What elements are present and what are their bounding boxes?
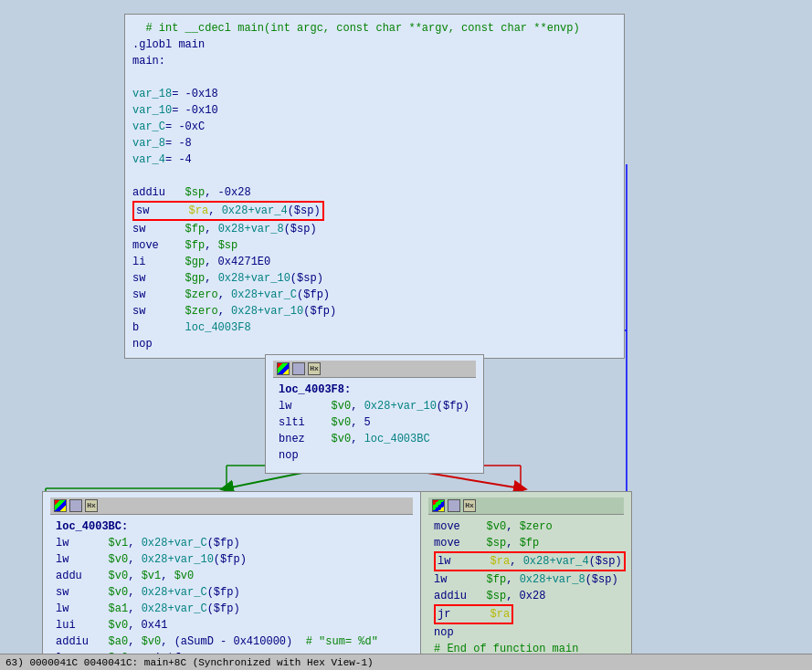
left-block-code: loc_4003BC: lw $v1, 0x28+var_C($fp) lw $… (50, 515, 413, 670)
left-img-btn[interactable] (69, 499, 82, 512)
code-line-sw-zero2: sw $zero, 0x28+var_10($fp) (132, 303, 617, 319)
right-color-btn[interactable] (432, 499, 445, 512)
code-line-3: main: (132, 53, 617, 69)
code-line-addiu: addiu $sp, -0x28 (132, 184, 617, 201)
mid-code-block: Hx loc_4003F8: lw $v0, 0x28+var_10($fp) … (265, 354, 484, 474)
code-line-sw-gp: sw $gp, 0x28+var_10($sp) (132, 270, 617, 287)
code-line-blank1 (132, 69, 617, 86)
code-line-nop1: nop (132, 336, 617, 352)
top-code-block: # int __cdecl main(int argc, const char … (124, 14, 625, 359)
right-block-code: move $v0, $zero move $sp, $fp lw $ra, 0x… (428, 515, 624, 661)
right-img-btn[interactable] (448, 499, 460, 512)
code-line-b: b loc_4003F8 (132, 319, 617, 336)
left-sw-v0: sw $v0, 0x28+var_C($fp) (56, 584, 407, 601)
right-addiu: addiu $sp, 0x28 (434, 588, 618, 604)
code-line-blank2 (132, 168, 617, 184)
right-hex-btn[interactable]: Hx (463, 499, 476, 512)
right-move-sp: move $sp, $fp (434, 535, 618, 551)
code-line-var10: var_10= -0x10 (132, 102, 617, 119)
code-line-move: move $fp, $sp (132, 237, 617, 254)
right-titlebar: Hx (428, 497, 624, 515)
left-label: loc_4003BC: (56, 518, 407, 535)
code-line-sw-zero1: sw $zero, 0x28+var_C($fp) (132, 287, 617, 303)
mid-bnez: bnez $v0, loc_4003BC (279, 431, 470, 447)
left-addiu: addiu $a0, $v0, (aSumD - 0x410000) # "su… (56, 633, 407, 650)
mid-titlebar: Hx (273, 361, 476, 378)
left-lui: lui $v0, 0x41 (56, 617, 407, 633)
mid-img-btn[interactable] (292, 362, 305, 375)
code-line-1: # int __cdecl main(int argc, const char … (132, 20, 617, 37)
mid-label: loc_4003F8: (279, 382, 470, 398)
right-nop: nop (434, 624, 618, 641)
mid-lw: lw $v0, 0x28+var_10($fp) (279, 398, 470, 414)
code-line-var8: var_8= -8 (132, 135, 617, 152)
left-titlebar: Hx (50, 497, 413, 515)
code-line-2: .globl main (132, 37, 617, 53)
left-lw-a1: lw $a1, 0x28+var_C($fp) (56, 601, 407, 617)
left-lw-v1: lw $v1, 0x28+var_C($fp) (56, 535, 407, 551)
status-bar: 63) 0000041C 0040041C: main+8C (Synchron… (0, 654, 812, 670)
code-line-li: li $gp, 0x4271E0 (132, 254, 617, 270)
mid-nop: nop (279, 447, 470, 464)
code-line-varC: var_C= -0xC (132, 119, 617, 135)
left-lw-v0: lw $v0, 0x28+var_10($fp) (56, 551, 407, 568)
right-move-v0: move $v0, $zero (434, 518, 618, 535)
code-line-var18: var_18= -0x18 (132, 86, 617, 102)
left-code-block: Hx loc_4003BC: lw $v1, 0x28+var_C($fp) l… (42, 491, 421, 670)
code-line-sw-fp: sw $fp, 0x28+var_8($sp) (132, 221, 617, 237)
code-line-sw-ra: sw $ra, 0x28+var_4($sp) (132, 201, 324, 221)
right-lw-fp: lw $fp, 0x28+var_8($sp) (434, 571, 618, 588)
left-color-btn[interactable] (54, 499, 67, 512)
right-lw-ra: lw $ra, 0x28+var_4($sp) (434, 551, 626, 571)
mid-block-code: loc_4003F8: lw $v0, 0x28+var_10($fp) slt… (273, 378, 476, 467)
left-hex-btn[interactable]: Hx (85, 499, 98, 512)
right-code-block: Hx move $v0, $zero move $sp, $fp lw $ra,… (420, 491, 632, 667)
mid-color-btn[interactable] (277, 362, 290, 375)
mid-slti: slti $v0, 5 (279, 414, 470, 431)
top-block-code: # int __cdecl main(int argc, const char … (132, 20, 617, 352)
left-addu: addu $v0, $v1, $v0 (56, 568, 407, 584)
mid-hex-btn[interactable]: Hx (308, 362, 321, 375)
code-line-var4: var_4= -4 (132, 152, 617, 168)
right-jr: jr $ra (434, 604, 513, 624)
status-text: 63) 0000041C 0040041C: main+8C (Synchron… (5, 657, 374, 668)
